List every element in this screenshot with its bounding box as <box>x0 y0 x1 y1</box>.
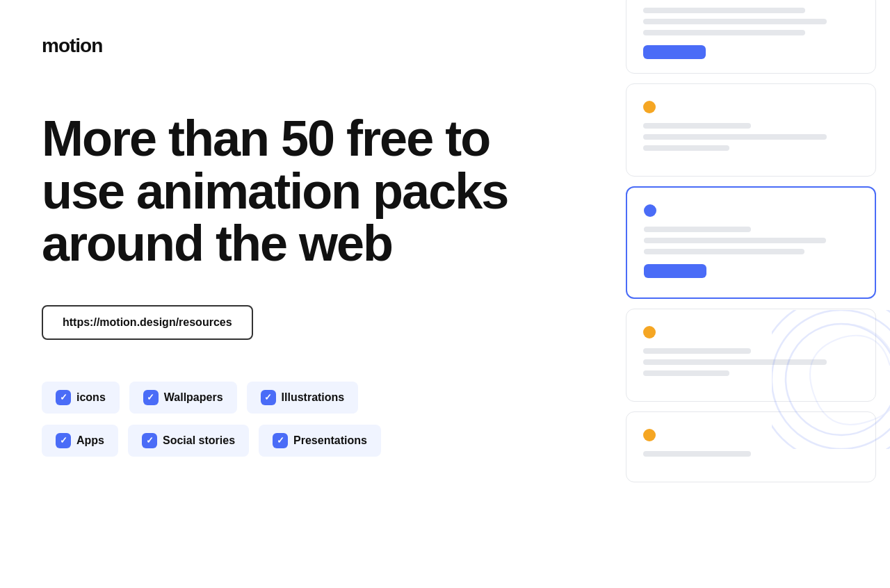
card-dot-yellow <box>643 429 656 441</box>
check-icon: ✓ <box>56 390 71 405</box>
card-dot-yellow <box>643 101 656 113</box>
card-action-button[interactable] <box>643 45 706 59</box>
tag-icons[interactable]: ✓ icons <box>42 382 120 414</box>
check-icon: ✓ <box>261 390 276 405</box>
card-line <box>644 249 804 254</box>
card-4 <box>626 309 876 402</box>
card-dot-yellow <box>643 326 656 338</box>
tags-container: ✓ icons ✓ Wallpapers ✓ Illustrations ✓ A… <box>42 382 584 457</box>
tag-apps[interactable]: ✓ Apps <box>42 425 118 457</box>
card-line <box>643 145 729 151</box>
tag-label: Apps <box>76 434 104 447</box>
tag-social-stories[interactable]: ✓ Social stories <box>128 425 249 457</box>
card-5 <box>626 411 876 482</box>
card-2 <box>626 83 876 177</box>
check-icon: ✓ <box>273 433 288 448</box>
logo: motion <box>42 35 584 57</box>
tag-label: Social stories <box>163 434 235 447</box>
tags-row-1: ✓ icons ✓ Wallpapers ✓ Illustrations <box>42 382 584 414</box>
card-dot-blue <box>644 204 656 217</box>
card-line <box>644 238 826 243</box>
tag-label: Illustrations <box>282 391 345 404</box>
card-line <box>643 134 827 140</box>
card-line <box>643 19 827 24</box>
card-line <box>643 359 827 365</box>
card-action-button[interactable] <box>644 264 706 278</box>
card-highlighted <box>626 186 876 299</box>
tag-wallpapers[interactable]: ✓ Wallpapers <box>129 382 237 414</box>
tag-label: Wallpapers <box>164 391 223 404</box>
card-line <box>643 123 751 129</box>
tag-label: Presentations <box>293 434 367 447</box>
headline: More than 50 free to use animation packs… <box>42 113 515 270</box>
card-partial-top <box>626 0 876 74</box>
check-icon: ✓ <box>56 433 71 448</box>
card-line <box>643 370 729 376</box>
tag-presentations[interactable]: ✓ Presentations <box>259 425 381 457</box>
left-content: motion More than 50 free to use animatio… <box>0 0 626 588</box>
card-line <box>643 8 805 13</box>
right-cards-panel <box>626 0 890 588</box>
card-line <box>643 30 805 35</box>
card-line <box>643 451 751 457</box>
card-line <box>643 348 751 354</box>
main-layout: motion More than 50 free to use animatio… <box>0 0 890 588</box>
check-icon: ✓ <box>143 390 159 405</box>
tag-illustrations[interactable]: ✓ Illustrations <box>247 382 359 414</box>
cta-link[interactable]: https://motion.design/resources <box>42 305 253 340</box>
tag-label: icons <box>76 391 106 404</box>
check-icon: ✓ <box>142 433 157 448</box>
tags-row-2: ✓ Apps ✓ Social stories ✓ Presentations <box>42 425 584 457</box>
card-line <box>644 227 751 232</box>
